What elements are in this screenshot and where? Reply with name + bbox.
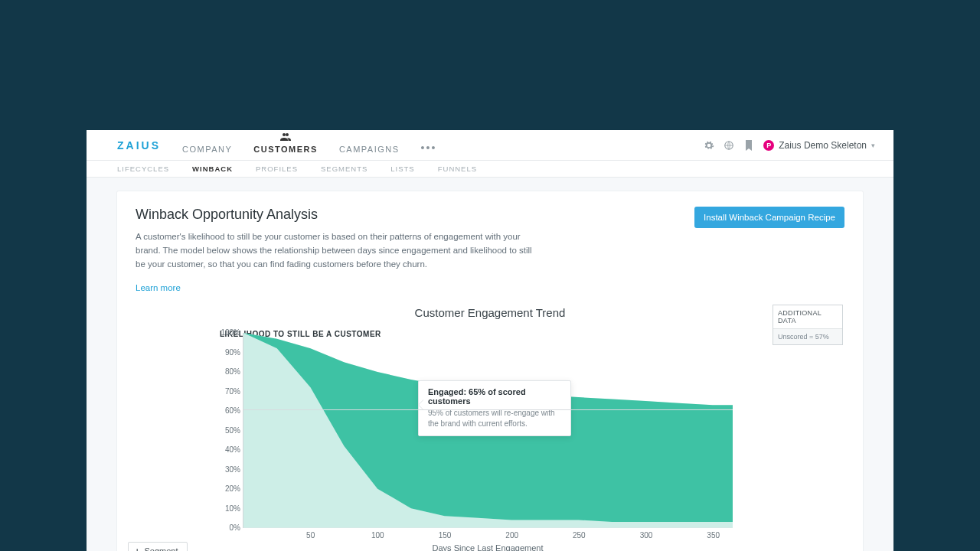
x-tick: 50 <box>306 531 315 540</box>
y-tick: 30% <box>217 465 240 473</box>
y-tick: 50% <box>217 425 240 434</box>
subnav-winback[interactable]: WINBACK <box>192 165 233 173</box>
brand-logo: ZAIUS <box>117 139 161 152</box>
learn-more-link[interactable]: Learn more <box>136 283 181 292</box>
content: Winback Opportunity Analysis A customer'… <box>87 178 893 551</box>
x-tick: 300 <box>640 531 653 540</box>
install-recipe-button[interactable]: Install Winback Campaign Recipe <box>694 207 844 228</box>
nav-more[interactable]: ••• <box>421 130 437 160</box>
nav-company[interactable]: COMPANY <box>182 130 232 160</box>
x-tick: 350 <box>707 531 720 540</box>
chart-plot-area: Engaged: 65% of scored customers 95% of … <box>243 333 733 528</box>
sub-nav: LIFECYCLES WINBACK PROFILES SEGMENTS LIS… <box>87 161 893 178</box>
tooltip-title: Engaged: 65% of scored customers <box>428 387 561 406</box>
people-icon <box>253 132 318 142</box>
ellipsis-icon: ••• <box>421 142 437 154</box>
chart-title: Customer Engagement Trend <box>136 306 844 319</box>
gear-icon[interactable] <box>704 140 714 151</box>
user-menu[interactable]: P Zaius Demo Skeleton ▾ <box>763 140 875 151</box>
x-tick: 150 <box>439 531 452 540</box>
nav-customers[interactable]: CUSTOMERS <box>253 130 318 160</box>
additional-data-header: ADDITIONAL DATA <box>773 305 842 329</box>
x-axis-label: Days Since Last Engagement <box>243 543 733 551</box>
y-tick: 60% <box>217 406 240 415</box>
y-tick: 80% <box>217 367 240 376</box>
chart-wrap: LIKELIHOOD TO STILL BE A CUSTOMER Engage… <box>136 333 844 551</box>
y-tick: 0% <box>217 523 240 532</box>
user-avatar: P <box>763 140 774 151</box>
subnav-lifecycles[interactable]: LIFECYCLES <box>117 165 169 173</box>
topbar-right: P Zaius Demo Skeleton ▾ <box>704 140 875 151</box>
tooltip-body: 95% of customers will re-engage with the… <box>428 408 561 429</box>
page-title: Winback Opportunity Analysis <box>136 207 541 223</box>
x-tick: 250 <box>573 531 586 540</box>
page-description: A customer's likelihood to still be your… <box>136 230 541 271</box>
nav-label: COMPANY <box>182 145 232 154</box>
nav-label: CAMPAIGNS <box>339 145 400 154</box>
plus-icon: + <box>135 546 139 551</box>
primary-nav: COMPANY CUSTOMERS CAMPAIGNS ••• <box>182 130 436 160</box>
subnav-segments[interactable]: SEGMENTS <box>321 165 368 173</box>
chart-tooltip: Engaged: 65% of scored customers 95% of … <box>418 380 571 436</box>
y-tick: 70% <box>217 386 240 395</box>
segment-button-label: Segment <box>144 546 178 551</box>
subnav-funnels[interactable]: FUNNELS <box>438 165 477 173</box>
subnav-profiles[interactable]: PROFILES <box>256 165 298 173</box>
y-tick: 10% <box>217 504 240 512</box>
gridline <box>243 409 733 410</box>
card-header: Winback Opportunity Analysis A customer'… <box>136 207 844 294</box>
winback-card: Winback Opportunity Analysis A customer'… <box>117 191 863 551</box>
x-tick: 200 <box>505 531 518 540</box>
chevron-down-icon: ▾ <box>871 142 875 149</box>
nav-label: CUSTOMERS <box>253 145 318 154</box>
globe-icon[interactable] <box>724 140 734 151</box>
y-tick: 90% <box>217 347 240 356</box>
card-header-text: Winback Opportunity Analysis A customer'… <box>136 207 541 294</box>
nav-campaigns[interactable]: CAMPAIGNS <box>339 130 400 160</box>
y-tick: 20% <box>217 484 240 493</box>
x-tick: 100 <box>371 531 384 540</box>
bookmark-icon[interactable] <box>743 140 754 151</box>
add-segment-button[interactable]: +Segment <box>128 542 188 551</box>
y-tick: 40% <box>217 445 240 454</box>
subnav-lists[interactable]: LISTS <box>390 165 414 173</box>
user-name: Zaius Demo Skeleton <box>779 140 867 151</box>
topbar: ZAIUS COMPANY CUSTOMERS CAMPAIGNS ••• <box>87 130 893 161</box>
app-window: ZAIUS COMPANY CUSTOMERS CAMPAIGNS ••• <box>87 130 893 551</box>
y-tick: 100% <box>217 328 240 337</box>
